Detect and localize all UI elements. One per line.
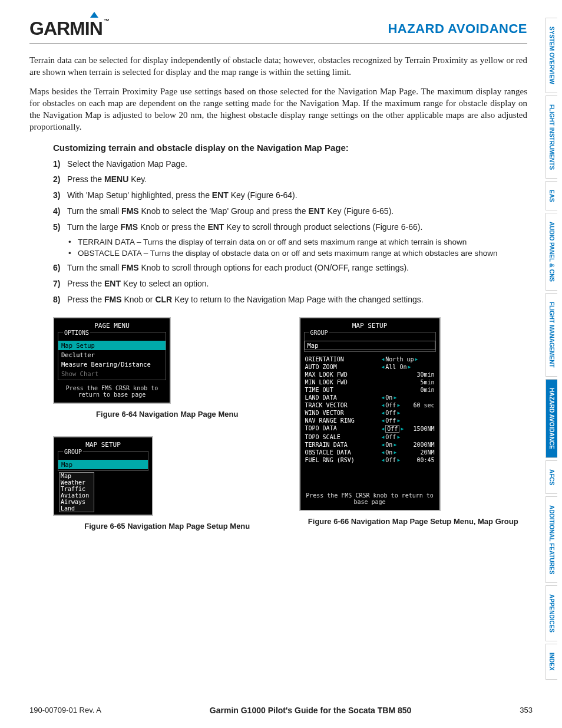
step-6: Turn the small FMS Knob to scroll throug…	[67, 262, 409, 274]
step-4: Turn the small FMS Knob to select the 'M…	[67, 206, 394, 217]
footer-pagenum: 353	[520, 706, 533, 714]
dropdown-traffic[interactable]: Traffic	[61, 486, 92, 492]
menu-item-measure[interactable]: Measure Bearing/Distance	[58, 360, 166, 369]
step-8: Press the FMS Knob or CLR Key to return …	[67, 294, 424, 305]
page-footer: 190-00709-01 Rev. A Garmin G1000 Pilot's…	[29, 706, 533, 715]
setup-row[interactable]: MIN LOOK FWD5min	[303, 378, 437, 386]
tab-afcs[interactable]: AFCS	[546, 460, 557, 494]
figure-66-screen: MAP SETUP GROUP Map ORIENTATION◀North up…	[299, 317, 441, 511]
figure-66-caption: Figure 6-66 Navigation Map Page Setup Me…	[299, 517, 528, 526]
setup-row[interactable]: TOPO DATA◀Off▶1500NM	[303, 424, 437, 433]
figure-64-screen: PAGE MENU OPTIONS Map Setup Declutter Me…	[53, 317, 171, 404]
figure-65-screen: MAP SETUP GROUP Map Map Weather Traffic …	[53, 436, 153, 516]
setup-row[interactable]: TRACK VECTOR◀Off▶60 sec	[303, 401, 437, 409]
logo-text: GARMIN	[29, 18, 103, 39]
bullet-obstacle: OBSTACLE DATA – Turns the display of obs…	[78, 249, 498, 258]
page-header: GARMIN™ HAZARD AVOIDANCE	[29, 18, 527, 44]
dropdown-map[interactable]: Map	[61, 473, 92, 479]
step-3: With 'Map Setup' highlighted, press the …	[67, 190, 297, 201]
section-tabs: SYSTEM OVERVIEWFLIGHT INSTRUMENTSEASAUDI…	[546, 18, 562, 682]
procedure-title: Customizing terrain and obstacle display…	[53, 143, 527, 153]
trademark-icon: ™	[104, 18, 109, 24]
step-7: Press the ENT Key to select an option.	[67, 278, 209, 289]
tab-flight-management[interactable]: FLIGHT MANAGEMENT	[546, 293, 557, 377]
tab-flight-instruments[interactable]: FLIGHT INSTRUMENTS	[546, 95, 557, 179]
map-setup-title-66: MAP SETUP	[303, 322, 437, 330]
paragraph-1: Terrain data can be selected for display…	[29, 54, 527, 78]
setup-row[interactable]: FUEL RNG (RSV)◀Off▶00:45	[303, 456, 437, 464]
tab-eas[interactable]: EAS	[546, 181, 557, 211]
setup-row[interactable]: ORIENTATION◀North up▶	[303, 355, 437, 363]
group-dropdown[interactable]: Map Weather Traffic Aviation Airways Lan…	[59, 472, 94, 512]
procedure-steps: 1)Select the Navigation Map Page. 2)Pres…	[53, 159, 527, 305]
footer-docnum: 190-00709-01 Rev. A	[29, 706, 101, 714]
dropdown-aviation[interactable]: Aviation	[61, 492, 92, 499]
paragraph-2: Maps besides the Terrain Proximity Page …	[29, 85, 527, 133]
setup-row[interactable]: WIND VECTOR◀Off▶	[303, 409, 437, 417]
setup-row[interactable]: AUTO ZOOM◀All On▶	[303, 363, 437, 371]
step-1: Select the Navigation Map Page.	[67, 159, 187, 170]
setup-row[interactable]: TERRAIN DATA◀On▶2000NM	[303, 441, 437, 449]
logo-triangle-icon	[90, 12, 98, 18]
figure-64-caption: Figure 6-64 Navigation Map Page Menu	[53, 410, 282, 419]
group-label: GROUP	[63, 449, 83, 455]
setup-row[interactable]: OBSTACLE DATA◀On▶20NM	[303, 449, 437, 456]
menu-item-declutter[interactable]: Declutter	[58, 350, 166, 360]
dropdown-airways[interactable]: Airways	[61, 499, 92, 505]
setup-row[interactable]: LAND DATA◀On▶	[303, 394, 437, 401]
setup-row[interactable]: NAV RANGE RING◀Off▶	[303, 417, 437, 424]
bullet-terrain: TERRAIN DATA – Turns the display of terr…	[78, 238, 467, 246]
step-5: Turn the large FMS Knob or press the ENT…	[67, 222, 422, 233]
setup-row[interactable]: MAX LOOK FWD30min	[303, 371, 437, 378]
menu-hint: Press the FMS CRSR knob to return to bas…	[57, 385, 167, 398]
tab-additional-features[interactable]: ADDITIONAL FEATURES	[546, 496, 557, 583]
group-selected[interactable]: Map	[58, 460, 148, 469]
page-menu-title: PAGE MENU	[57, 322, 167, 330]
menu-item-map-setup[interactable]: Map Setup	[58, 341, 166, 350]
options-label: OPTIONS	[63, 330, 90, 336]
setup-row[interactable]: TIME OUT0min	[303, 386, 437, 394]
setup-hint: Press the FMS CRSR knob to return to bas…	[303, 492, 437, 505]
map-setup-title: MAP SETUP	[57, 441, 150, 449]
dropdown-land[interactable]: Land	[61, 505, 92, 512]
setup-row[interactable]: TOPO SCALE◀Off▶	[303, 433, 437, 441]
dropdown-weather[interactable]: Weather	[61, 479, 92, 486]
tab-system-overview[interactable]: SYSTEM OVERVIEW	[546, 18, 557, 93]
group-map[interactable]: Map	[305, 341, 435, 350]
tab-appendices[interactable]: APPENDICES	[546, 585, 557, 641]
group-label-66: GROUP	[309, 330, 329, 336]
figure-65-caption: Figure 6-65 Navigation Map Page Setup Me…	[53, 522, 282, 531]
menu-item-chart: Show Chart	[58, 369, 166, 378]
section-title: HAZARD AVOIDANCE	[388, 21, 527, 37]
tab-hazard-avoidance[interactable]: HAZARD AVOIDANCE	[546, 379, 557, 458]
garmin-logo: GARMIN™	[29, 18, 109, 39]
tab-audio-panel-cns[interactable]: AUDIO PANEL & CNS	[546, 213, 557, 291]
tab-index[interactable]: INDEX	[546, 644, 557, 680]
step-2: Press the MENU Key.	[67, 174, 147, 185]
footer-title: Garmin G1000 Pilot's Guide for the Socat…	[210, 706, 412, 715]
